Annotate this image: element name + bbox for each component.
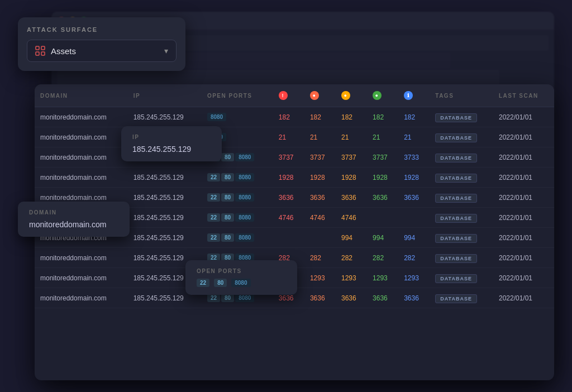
port-badge-8080: 8080 xyxy=(235,153,254,161)
cell-sev-1: 3636 xyxy=(304,288,336,308)
cell-ports: 22808080 xyxy=(202,228,273,248)
cell-ip: 185.245.255.129 xyxy=(128,168,202,188)
cell-last-scan: 2022/01/01 xyxy=(493,107,554,127)
bg-row xyxy=(57,70,499,85)
cell-sev-4: 3636 xyxy=(398,288,430,308)
cell-sev-3: 3737 xyxy=(367,147,398,168)
cell-ip: 185.245.255.129 xyxy=(128,208,202,228)
cell-domain: monitoreddomain.com xyxy=(35,168,128,188)
port-badge-22: 22 xyxy=(207,233,220,242)
cell-sev-4: 994 xyxy=(398,228,430,248)
cell-tag: DATABASE xyxy=(430,168,493,188)
cell-ip: 185.245.255.129 xyxy=(128,228,202,248)
port-badge-8080: 8080 xyxy=(235,173,254,181)
port-badge-80: 80 xyxy=(221,233,234,242)
cell-last-scan: 2022/01/01 xyxy=(493,228,554,248)
cell-sev-4 xyxy=(398,208,430,228)
cell-last-scan: 2022/01/01 xyxy=(493,188,554,208)
port-badge-80: 80 xyxy=(221,153,234,161)
tooltip-ip: IP 185.245.255.129 xyxy=(121,126,222,161)
cell-tag: DATABASE xyxy=(430,268,493,288)
cell-ports: 8080 xyxy=(202,107,273,127)
assets-label: Assets xyxy=(51,46,159,56)
cell-ip: 185.245.255.129 xyxy=(128,188,202,208)
cell-sev-3: 1928 xyxy=(367,168,398,188)
port-badge-22: 22 xyxy=(207,294,220,302)
port-badge-8080: 8080 xyxy=(207,113,226,121)
cell-sev-4: 1928 xyxy=(398,168,430,188)
cell-sev-3 xyxy=(367,208,398,228)
tag-badge: DATABASE xyxy=(435,234,477,243)
svg-rect-2 xyxy=(36,52,39,55)
port-badge-80: 80 xyxy=(221,213,234,222)
cell-sev-3: 1293 xyxy=(367,268,398,288)
cell-last-scan: 2022/01/01 xyxy=(493,268,554,288)
cell-tag: DATABASE xyxy=(430,127,493,147)
tooltip-domain: DOMAIN monitoreddomain.com xyxy=(18,202,130,237)
cell-sev-2: 3636 xyxy=(336,288,367,308)
port-badge-22: 22 xyxy=(197,279,209,287)
cell-last-scan: 2022/01/01 xyxy=(493,208,554,228)
cell-sev-1: 1928 xyxy=(304,168,336,188)
port-badge-22: 22 xyxy=(207,213,220,222)
cell-sev-2: 282 xyxy=(336,248,367,268)
cell-sev-3: 3636 xyxy=(367,188,398,208)
assets-dropdown[interactable]: Assets ▾ xyxy=(27,40,177,62)
cell-sev-0: 21 xyxy=(273,127,304,147)
cell-sev-1: 4746 xyxy=(304,208,336,228)
table-header-row: DOMAIN IP OPEN PORTS ! ● ● ● xyxy=(35,84,554,107)
cell-tag: DATABASE xyxy=(430,107,493,127)
svg-rect-0 xyxy=(36,46,39,50)
cell-sev-1: 1293 xyxy=(304,268,336,288)
cell-sev-1: 3737 xyxy=(304,147,336,168)
info-severity-icon: ℹ xyxy=(404,91,413,100)
cell-sev-2: 21 xyxy=(336,127,367,147)
cell-sev-4: 3733 xyxy=(398,147,430,168)
svg-rect-3 xyxy=(41,52,45,55)
cell-sev-3: 21 xyxy=(367,127,398,147)
port-badge-8080: 8080 xyxy=(235,193,254,202)
cell-ports: 22808080 xyxy=(202,208,273,228)
cell-domain: monitoreddomain.com xyxy=(35,268,128,288)
critical-severity-icon: ! xyxy=(279,91,288,100)
tooltip-ports-badges: 22 80 8080 xyxy=(197,279,286,287)
cell-sev-4: 21 xyxy=(398,127,430,147)
cell-sev-0: 3737 xyxy=(273,147,304,168)
table-row[interactable]: monitoreddomain.com185.245.255.129808018… xyxy=(35,107,554,127)
cell-tag: DATABASE xyxy=(430,147,493,168)
col-sev-critical: ! xyxy=(273,84,304,107)
medium-severity-icon: ● xyxy=(341,91,350,100)
cell-sev-1 xyxy=(304,228,336,248)
tag-badge: DATABASE xyxy=(435,154,477,162)
cell-sev-0: 4746 xyxy=(273,208,304,228)
cell-ports: 22808080 xyxy=(202,168,273,188)
cell-sev-1: 21 xyxy=(304,127,336,147)
cell-sev-2: 182 xyxy=(336,107,367,127)
tag-badge: DATABASE xyxy=(435,214,477,223)
col-sev-high: ● xyxy=(304,84,336,107)
tooltip-domain-value: monitoreddomain.com xyxy=(29,220,118,229)
table-row[interactable]: monitoreddomain.com185.245.255.129228080… xyxy=(35,147,554,168)
cell-sev-2: 3737 xyxy=(336,147,367,168)
table-row[interactable]: monitoreddomain.com185.245.255.129228080… xyxy=(35,168,554,188)
col-sev-low: ● xyxy=(367,84,398,107)
cell-sev-4: 182 xyxy=(398,107,430,127)
cell-sev-2: 4746 xyxy=(336,208,367,228)
port-badge-80: 80 xyxy=(221,173,234,181)
cell-sev-0: 3636 xyxy=(273,188,304,208)
cell-sev-3: 282 xyxy=(367,248,398,268)
cell-sev-4: 282 xyxy=(398,248,430,268)
high-severity-icon: ● xyxy=(310,91,319,100)
table-row[interactable]: monitoreddomain.com185.245.255.129808021… xyxy=(35,127,554,147)
cell-sev-0 xyxy=(273,228,304,248)
attack-surface-panel: ATTACK SURFACE Assets ▾ xyxy=(18,17,185,71)
cell-sev-2: 1293 xyxy=(336,268,367,288)
col-last-scan: LAST SCAN xyxy=(493,84,554,107)
col-ip: IP xyxy=(128,84,202,107)
cell-sev-3: 3636 xyxy=(367,288,398,308)
low-severity-icon: ● xyxy=(373,91,382,100)
cell-sev-2: 3636 xyxy=(336,188,367,208)
port-badge-8080: 8080 xyxy=(235,294,254,302)
cell-tag: DATABASE xyxy=(430,228,493,248)
tooltip-domain-label: DOMAIN xyxy=(29,209,118,216)
